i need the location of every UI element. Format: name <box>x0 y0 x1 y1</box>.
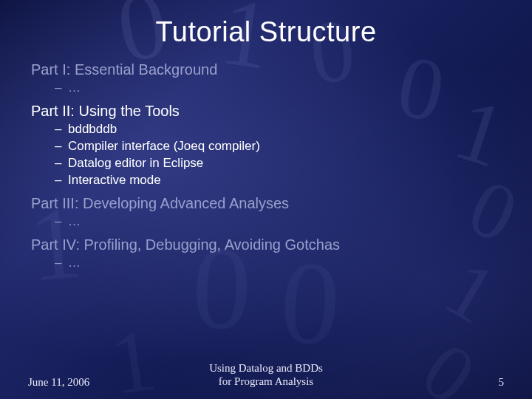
part-items: –bddbddb–Compiler interface (Joeq compil… <box>55 121 501 189</box>
dash-icon: – <box>55 121 68 138</box>
dash-icon: – <box>55 255 68 272</box>
footer: June 11, 2006 Using Datalog and BDDs for… <box>0 361 532 389</box>
part-item-text: Compiler interface (Joeq compiler) <box>68 139 260 153</box>
part-heading: Part IV: Profiling, Debugging, Avoiding … <box>31 236 501 253</box>
part-heading: Part I: Essential Background <box>31 61 501 78</box>
footer-page: 5 <box>393 376 504 389</box>
part-item-text: Interactive mode <box>68 173 161 187</box>
footer-line1: Using Datalog and BDDs <box>209 362 323 374</box>
part-item-text: … <box>68 214 81 228</box>
part-item-text: … <box>68 256 81 270</box>
part-heading: Part III: Developing Advanced Analyses <box>31 195 501 212</box>
part-item: –Datalog editor in Eclipse <box>55 155 501 172</box>
part-item: –… <box>55 214 501 231</box>
part-items: –… <box>55 80 501 97</box>
part-item: –… <box>55 80 501 97</box>
slide-title: Tutorial Structure <box>31 16 501 48</box>
part-item: –… <box>55 255 501 272</box>
footer-center: Using Datalog and BDDs for Program Analy… <box>139 361 393 389</box>
part-items: –… <box>55 255 501 272</box>
part-item-text: … <box>68 81 81 95</box>
dash-icon: – <box>55 138 68 155</box>
part-item: –Interactive mode <box>55 172 501 189</box>
outline: Part I: Essential Background–…Part II: U… <box>31 61 501 272</box>
dash-icon: – <box>55 80 68 97</box>
dash-icon: – <box>55 172 68 189</box>
part-item: –Compiler interface (Joeq compiler) <box>55 138 501 155</box>
slide: Tutorial Structure Part I: Essential Bac… <box>0 0 532 399</box>
part-items: –… <box>55 214 501 231</box>
dash-icon: – <box>55 155 68 172</box>
part-item-text: bddbddb <box>68 122 117 136</box>
footer-line2: for Program Analysis <box>219 375 313 387</box>
part-item-text: Datalog editor in Eclipse <box>68 156 203 170</box>
part-heading: Part II: Using the Tools <box>31 103 501 120</box>
part-item: –bddbddb <box>55 121 501 138</box>
dash-icon: – <box>55 214 68 231</box>
footer-date: June 11, 2006 <box>28 376 139 389</box>
